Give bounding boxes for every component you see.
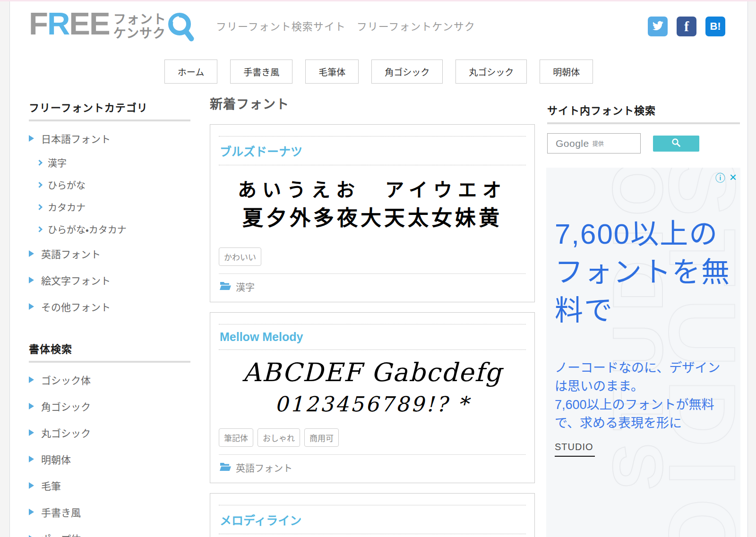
ad-headline[interactable]: 7,600以上のフォントを無料で [555, 215, 732, 330]
triangle-icon [29, 456, 34, 462]
folder-icon [220, 462, 231, 474]
font-title-link[interactable]: Mellow Melody [220, 330, 525, 344]
sidebar-item-gothic[interactable]: ゴシック体 [29, 367, 190, 393]
dotted-divider [219, 165, 526, 165]
sidebar-item-katakana[interactable]: カタカナ [29, 196, 190, 218]
site-search-button[interactable] [653, 136, 699, 152]
magnifier-icon [167, 12, 195, 44]
category-link[interactable]: 英語フォント [236, 461, 292, 475]
sidebar-item-other-font[interactable]: その他フォント [29, 293, 190, 320]
tag-hikkitai[interactable]: 筆記体 [219, 428, 253, 447]
site-search-title: サイト内フォント検索 [547, 102, 740, 117]
divider [29, 119, 190, 121]
facebook-button[interactable]: f [677, 17, 696, 36]
nav-mouhitsutai-button[interactable]: 毛筆体 [305, 60, 359, 84]
sidebar: フリーフォントカテゴリ 日本語フォント 漢字 ひらがな カタカナ ひらがな・カタ… [29, 99, 190, 537]
twitter-button[interactable] [648, 17, 668, 36]
sidebar-section-title: 書体検索 [29, 341, 190, 356]
main-content: 新着フォント ブルズドーナツ あいうえお アイウエオ 夏夕外多夜大天太女妹黄 か… [210, 94, 535, 537]
sidebar-item-english-font[interactable]: 英語フォント [29, 240, 190, 267]
facebook-icon: f [684, 18, 689, 34]
sidebar-item-kakugothic[interactable]: 角ゴシック [29, 393, 190, 419]
adchoices-info-icon[interactable]: ⓘ [715, 170, 725, 184]
sidebar-section-typeface-search: 書体検索 ゴシック体 角ゴシック 丸ゴシック 明朝体 毛筆 手書き風 ポップ体 … [29, 341, 190, 537]
folder-icon [220, 281, 231, 293]
sidebar-item-mincho[interactable]: 明朝体 [29, 446, 190, 472]
twitter-icon [652, 20, 663, 33]
divider [547, 122, 740, 124]
dotted-divider [219, 349, 526, 350]
sidebar-item-japanese-font[interactable]: 日本語フォント [29, 125, 190, 152]
font-card-bulls-donut: ブルズドーナツ あいうえお アイウエオ 夏夕外多夜大天太女妹黄 かわいい 漢字 [210, 124, 535, 302]
sidebar-item-pop[interactable]: ポップ体 [29, 525, 190, 537]
page-title: 新着フォント [210, 94, 535, 112]
ad-body-text[interactable]: ノーコードなのに、デザインは思いのまま。 7,600以上のフォントが無料で、求め… [555, 359, 732, 433]
dotted-divider [219, 324, 526, 324]
dotted-divider [219, 136, 526, 136]
chevron-right-icon [36, 204, 43, 210]
triangle-icon [29, 509, 34, 515]
triangle-icon [29, 376, 34, 383]
nav-home-button[interactable]: ホーム [164, 60, 217, 84]
hatena-icon: B! [710, 20, 721, 33]
hatena-bookmark-button[interactable]: B! [705, 17, 725, 36]
tag-list: かわいい [219, 247, 526, 266]
page: FREE フォント ケンサク フリーフォント検索サイト フリーフォントケンサク … [9, 1, 748, 537]
sidebar-item-mouhitsu[interactable]: 毛筆 [29, 472, 190, 499]
ad-close-icon[interactable]: × [730, 172, 737, 182]
font-card-mellow-melody: Mellow Melody ABCDEF Gabcdefg 0123456789… [210, 312, 535, 483]
sidebar-item-hiragana-katakana[interactable]: ひらがな・カタカナ [29, 218, 190, 240]
triangle-icon [29, 303, 34, 310]
tag-shoyoka[interactable]: 商用可 [304, 428, 339, 447]
dotted-divider [219, 534, 526, 534]
font-card-melody-line: メロディライン [210, 493, 535, 537]
chevron-right-icon [36, 160, 43, 166]
sidebar-item-emoji-font[interactable]: 絵文字フォント [29, 267, 190, 293]
category-row: 英語フォント [219, 454, 526, 483]
dotted-divider [219, 505, 526, 505]
site-search-panel: サイト内フォント検索 Google 提供 [547, 102, 740, 153]
nav-marugothic-button[interactable]: 丸ゴシック [455, 60, 527, 84]
triangle-icon [29, 482, 34, 489]
sidebar-item-tegakifu[interactable]: 手書き風 [29, 499, 190, 525]
tag-list: 筆記体 おしゃれ 商用可 [219, 428, 526, 447]
triangle-icon [29, 250, 34, 257]
sidebar-section-title: フリーフォントカテゴリ [29, 99, 190, 114]
site-search-box: Google 提供 [547, 133, 641, 153]
nav-kakugothic-button[interactable]: 角ゴシック [371, 60, 443, 84]
font-title-link[interactable]: メロディライン [220, 511, 525, 528]
chevron-right-icon [36, 182, 43, 188]
triangle-icon [29, 403, 34, 409]
sidebar-section-categories: フリーフォントカテゴリ 日本語フォント 漢字 ひらがな カタカナ ひらがな・カタ… [29, 99, 190, 320]
ad-brand-link[interactable]: STUDIO [555, 442, 595, 457]
sidebar-item-hiragana[interactable]: ひらがな [29, 174, 190, 196]
font-specimen: ABCDEF Gabcdefg 0123456789!? * [219, 358, 526, 416]
tag-oshare[interactable]: おしゃれ [258, 428, 300, 447]
advertisement[interactable]: STUDIO STUDIO ⓘ × 7,600以上のフォントを無料で ノーコード… [546, 168, 740, 537]
divider [29, 361, 190, 363]
category-row: 漢字 [219, 273, 526, 302]
triangle-icon [29, 135, 34, 142]
site-tagline: フリーフォント検索サイト フリーフォントケンサク [216, 18, 475, 33]
logo-free-text: FREE [29, 8, 110, 39]
sidebar-item-marugothic[interactable]: 丸ゴシック [29, 419, 190, 446]
font-specimen: あいうえお アイウエオ 夏夕外多夜大天太女妹黄 [219, 178, 526, 231]
triangle-icon [29, 429, 34, 436]
main-nav: ホーム 手書き風 毛筆体 角ゴシック 丸ゴシック 明朝体 [10, 60, 747, 84]
nav-tegakifu-button[interactable]: 手書き風 [230, 60, 292, 84]
chevron-right-icon [36, 226, 43, 232]
search-icon [671, 138, 681, 149]
social-links: f B! [648, 17, 725, 36]
logo-katakana-text: フォント ケンサク [113, 12, 166, 41]
triangle-icon [29, 535, 34, 537]
sidebar-item-kanji[interactable]: 漢字 [29, 152, 190, 174]
nav-minchotai-button[interactable]: 明朝体 [540, 60, 593, 84]
site-logo[interactable]: FREE フォント ケンサク [29, 8, 195, 44]
site-search-input[interactable] [548, 134, 640, 153]
category-link[interactable]: 漢字 [236, 280, 255, 294]
tag-kawaii[interactable]: かわいい [219, 247, 261, 266]
font-title-link[interactable]: ブルズドーナツ [220, 142, 525, 159]
triangle-icon [29, 277, 34, 283]
